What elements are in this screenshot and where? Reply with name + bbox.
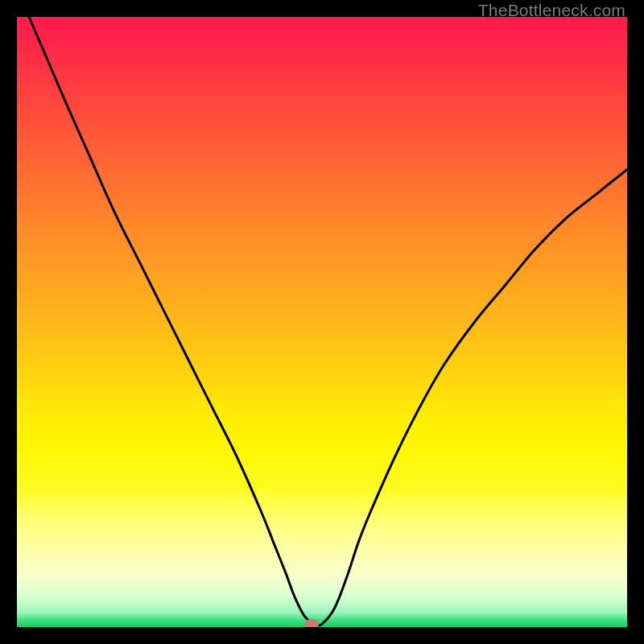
- bottleneck-curve-line: [17, 17, 627, 625]
- chart-frame: TheBottleneck.com: [0, 0, 644, 644]
- plot-area: [17, 17, 627, 627]
- bottleneck-curve-svg: [17, 17, 627, 627]
- watermark-label: TheBottleneck.com: [478, 1, 625, 20]
